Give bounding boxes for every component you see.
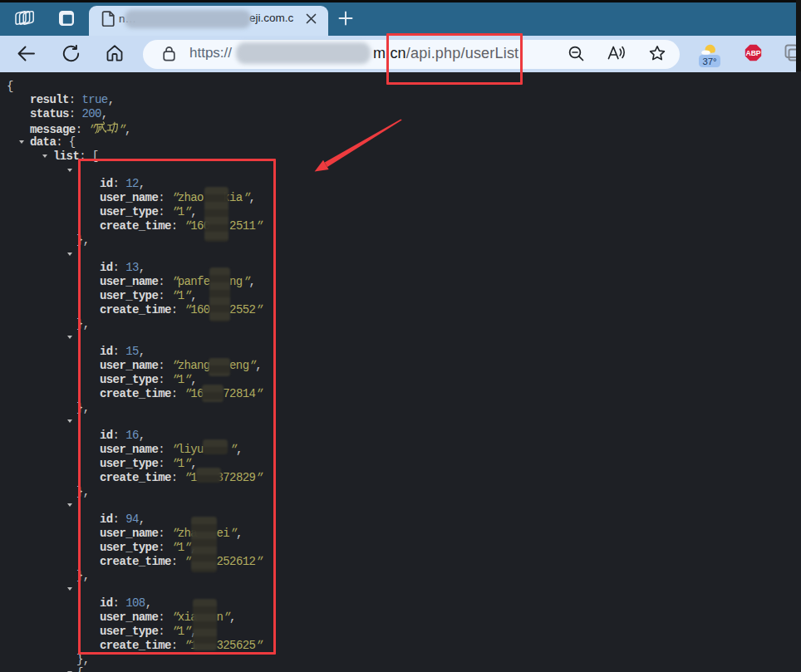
svg-text:ABP: ABP [745, 49, 760, 57]
svg-text:37°: 37° [702, 56, 716, 66]
